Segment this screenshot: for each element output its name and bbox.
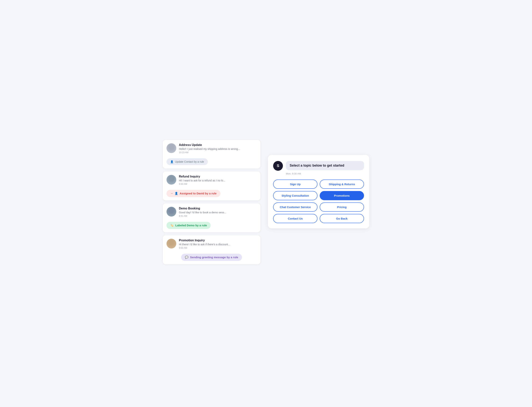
rule-badge-refund: → 👤 Assigned to David by a rule	[167, 190, 220, 197]
chat-icon: 💬	[185, 256, 188, 259]
person-icon: 👤	[170, 160, 173, 163]
avatar-demo	[167, 207, 176, 217]
bot-avatar: S	[273, 161, 283, 171]
person-icon-refund: 👤	[175, 192, 178, 195]
conv-header-demo: Demo Booking Good day! I'd like to book …	[167, 207, 257, 217]
conv-content-refund: Refund Inquiry Hi! I want to ask for a r…	[179, 175, 257, 185]
left-panel: Address Update Hello!! I just realised m…	[163, 140, 260, 267]
bot-initial: S	[277, 164, 279, 168]
avatar-promotion	[167, 239, 176, 249]
rule-badge-address: 👤 Update Contact by a rule	[167, 158, 208, 165]
conv-header-refund: Refund Inquiry Hi! I want to ask for a r…	[167, 175, 257, 185]
conv-time-promotion: 9:00 AM	[179, 247, 257, 249]
arrow-icon: →	[170, 192, 173, 195]
label-icon: 🏷️	[170, 224, 174, 227]
right-panel: S Select a topic below to get started Mo…	[268, 155, 369, 228]
topic-btn-pricing[interactable]: Pricing	[320, 203, 364, 212]
conv-content-demo: Demo Booking Good day! I'd like to book …	[179, 207, 257, 217]
topic-btn-styling[interactable]: Styling Consultation	[273, 191, 317, 200]
rule-badge-demo: 🏷️ Labeled Demo by a rule	[167, 222, 211, 229]
rule-badge-refund-text: Assigned to David by a rule	[180, 192, 217, 195]
topic-btn-shipping[interactable]: Shipping & Returns	[320, 180, 364, 189]
rule-badge-address-text: Update Contact by a rule	[175, 160, 204, 163]
conversation-demo: Demo Booking Good day! I'd like to book …	[163, 204, 260, 232]
conv-header-promotion: Promotion Inquiry Hi there! I'd like to …	[167, 239, 257, 249]
rule-badge-demo-text: Labeled Demo by a rule	[175, 224, 207, 227]
conv-time-refund: 9:30 AM	[179, 183, 257, 185]
topic-btn-go-back[interactable]: Go Back	[320, 214, 364, 223]
conv-time-demo: 8:41 AM	[179, 215, 257, 217]
conversation-promotion: Promotion Inquiry Hi there! I'd like to …	[163, 235, 260, 264]
chat-bubble: Select a topic below to get started	[286, 161, 364, 170]
chat-timestamp: Mon, 9:30 AM	[286, 172, 364, 175]
conv-title-promotion: Promotion Inquiry	[179, 239, 257, 242]
conv-message-address: Hello!! I just realised my shipping addr…	[179, 148, 257, 150]
conv-content-address: Address Update Hello!! I just realised m…	[179, 143, 257, 154]
conv-title-refund: Refund Inquiry	[179, 175, 257, 178]
conv-content-promotion: Promotion Inquiry Hi there! I'd like to …	[179, 239, 257, 249]
main-container: Address Update Hello!! I just realised m…	[163, 140, 369, 267]
rule-badge-promotion-text: Sending greeting message by a rule	[190, 256, 238, 259]
conversation-refund: Refund Inquiry Hi! I want to ask for a r…	[163, 172, 260, 200]
conv-time-address: 10:23 AM	[179, 151, 257, 154]
avatar-refund	[167, 175, 176, 185]
topic-btn-chat-cs[interactable]: Chat Customer Service	[273, 203, 317, 212]
topic-buttons-grid: Sign Up Shipping & Returns Styling Consu…	[273, 180, 364, 223]
rule-badge-promotion: 💬 Sending greeting message by a rule	[181, 254, 242, 261]
conversation-address-update: Address Update Hello!! I just realised m…	[163, 140, 260, 168]
topic-btn-contact-us[interactable]: Contact Us	[273, 214, 317, 223]
chat-header: S Select a topic below to get started	[273, 161, 364, 171]
conv-header: Address Update Hello!! I just realised m…	[167, 143, 257, 154]
conv-message-demo: Good day! I'd like to book a demo sess..…	[179, 211, 257, 214]
chat-bubble-text: Select a topic below to get started	[290, 164, 344, 167]
conv-message-promotion: Hi there! I'd like to ask if there's a d…	[179, 243, 257, 246]
avatar-address	[167, 143, 176, 153]
conv-message-refund: Hi! I want to ask for a refund as I no l…	[179, 179, 257, 182]
conv-title-demo: Demo Booking	[179, 207, 257, 210]
conv-title-address: Address Update	[179, 143, 257, 147]
topic-btn-promotions[interactable]: Promotions	[320, 191, 364, 200]
topic-btn-signup[interactable]: Sign Up	[273, 180, 317, 189]
